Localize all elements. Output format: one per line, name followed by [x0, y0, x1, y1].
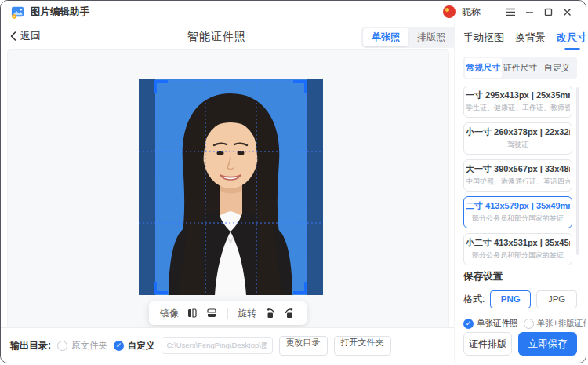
option-custom-folder[interactable]: 自定义: [114, 340, 155, 352]
tab-regular-size[interactable]: 常规尺寸: [465, 58, 502, 78]
user-nickname[interactable]: 昵称: [462, 5, 481, 19]
window-controls: [501, 3, 576, 20]
photo-toolbar: 镜像 旋转: [149, 301, 307, 325]
tab-custom-size[interactable]: 自定义: [539, 58, 575, 78]
app-logo-icon: [10, 5, 25, 20]
rotate-label: 旋转: [238, 307, 256, 320]
output-bar: 输出目录: 原文件夹 自定义 更改目录 打开文件夹: [1, 327, 454, 363]
back-label: 返回: [20, 29, 41, 43]
maximize-icon[interactable]: [539, 3, 557, 20]
save-now-button[interactable]: 立即保存: [518, 332, 577, 356]
save-mode-row: 单张证件照 单张+排版证件照: [463, 318, 577, 329]
toolbar-divider: [227, 308, 228, 319]
id-photo-preview[interactable]: [139, 79, 323, 295]
title-bar: 图片编辑助手 昵称: [1, 1, 586, 23]
chevron-left-icon: [10, 31, 16, 41]
app-window: 图片编辑助手 昵称 返回: [0, 0, 586, 363]
editor-canvas: 镜像 旋转: [7, 49, 449, 329]
radio-checked-icon: [114, 341, 124, 351]
format-png-button[interactable]: PNG: [490, 290, 531, 308]
size-category-tabs: 常规尺寸 证件尺寸 自定义: [463, 57, 577, 79]
save-settings-title: 保存设置: [463, 270, 577, 283]
right-sidebar: 手动抠图 换背景 改尺寸 常规尺寸 证件尺寸 自定义 一寸 295x413px …: [454, 23, 586, 363]
menu-icon[interactable]: [501, 3, 520, 20]
output-path-input[interactable]: [162, 337, 273, 354]
flip-horizontal-icon[interactable]: [186, 307, 198, 319]
size-option-small-2inch[interactable]: 小二寸 413x531px | 35x45mm 部分公务员和部分国家的签证: [463, 233, 572, 265]
radio-checked-icon: [463, 319, 474, 329]
open-folder-button[interactable]: 打开文件夹: [334, 336, 391, 356]
photo-mode-tabs: 单张照 排版照: [361, 27, 456, 48]
tab-id-size[interactable]: 证件尺寸: [502, 58, 539, 78]
minimize-icon[interactable]: [520, 3, 539, 20]
radio-unchecked-icon: [524, 319, 534, 329]
change-directory-button[interactable]: 更改目录: [279, 336, 328, 356]
size-option-large-1inch[interactable]: 大一寸 390x567px | 33x48mm 中国护照、港澳通行证、英语四六级…: [463, 159, 572, 192]
id-layout-button[interactable]: 证件排版: [463, 332, 512, 356]
format-jpg-button[interactable]: JPG: [536, 290, 577, 308]
mode-single-plus-layout[interactable]: 单张+排版证件照: [524, 318, 587, 329]
rotate-left-icon[interactable]: [263, 307, 276, 319]
option-original-folder[interactable]: 原文件夹: [57, 340, 107, 352]
close-icon[interactable]: [557, 3, 576, 20]
flip-vertical-icon[interactable]: [205, 307, 218, 319]
size-list-scrollbar[interactable]: [576, 87, 579, 255]
output-dir-label: 输出目录:: [10, 339, 51, 352]
format-label: 格式:: [463, 293, 485, 306]
user-avatar[interactable]: [443, 5, 456, 18]
size-option-2inch[interactable]: 二寸 413x579px | 35x49mm 部分公务员和部分国家的签证: [463, 196, 572, 228]
sidebar-tabs: 手动抠图 换背景 改尺寸: [463, 31, 577, 50]
format-row: 格式: PNG JPG: [463, 290, 577, 308]
mirror-label: 镜像: [160, 307, 179, 320]
mode-single-photo[interactable]: 单张证件照: [463, 318, 518, 329]
size-option-1inch[interactable]: 一寸 295x413px | 25x35mm 学生证、健康证、工作证、教师资格证: [463, 86, 572, 118]
rotate-right-icon[interactable]: [283, 307, 296, 319]
size-list: 一寸 295x413px | 25x35mm 学生证、健康证、工作证、教师资格证…: [463, 86, 577, 265]
tab-layout-photo[interactable]: 排版照: [408, 28, 454, 46]
page-title: 智能证件照: [187, 30, 246, 44]
radio-unchecked-icon: [57, 341, 67, 351]
back-button[interactable]: 返回: [10, 29, 41, 43]
tab-change-background[interactable]: 换背景: [515, 31, 546, 50]
sidebar-actions: 证件排版 立即保存: [463, 332, 577, 356]
tab-resize[interactable]: 改尺寸: [557, 31, 586, 50]
tab-single-photo[interactable]: 单张照: [363, 28, 408, 46]
app-title: 图片编辑助手: [31, 5, 89, 19]
size-option-small-1inch[interactable]: 小一寸 260x378px | 22x32mm 驾驶证: [463, 122, 572, 155]
tab-manual-cutout[interactable]: 手动抠图: [463, 31, 504, 50]
